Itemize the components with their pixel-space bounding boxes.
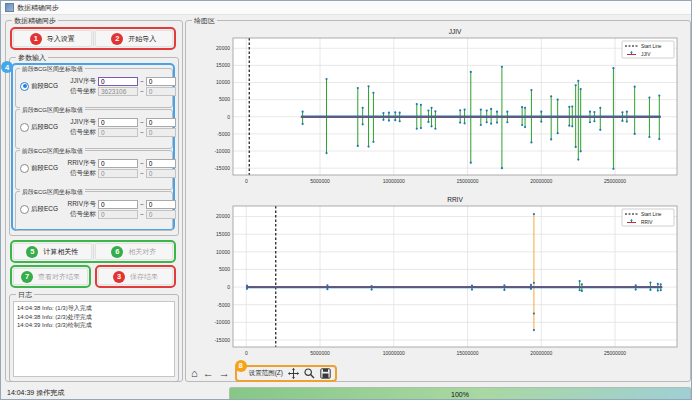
forward-arrow-icon[interactable]: → [219,366,230,380]
tilde: ~ [140,211,144,218]
svg-text:10000: 10000 [216,79,230,85]
front-ecg-radio[interactable]: 前段ECG [20,164,62,173]
rear-bcg-section-title: 后段BCG区间坐标取值 [20,106,85,114]
svg-text:15000: 15000 [216,231,230,237]
compute-correlation-label: 计算相关性 [43,247,78,257]
svg-text:15000000: 15000000 [456,350,478,356]
rear-bcg-section: 后段BCG区间坐标取值 后段BCG JJIV序号 ~ 信号坐标 ~ [15,109,173,149]
plot-toolbar: ⌂ ← → 8 设置范围(Z) [191,365,337,381]
svg-text:JJIV: JJIV [641,52,651,57]
svg-text:5000000: 5000000 [310,350,330,356]
radio-selected-icon[interactable] [20,82,29,91]
signal-coord-label: 信号坐标 [64,169,96,178]
svg-text:Start Line: Start Line [641,212,662,217]
svg-text:20000: 20000 [216,45,230,51]
back-arrow-icon[interactable]: ← [203,366,214,380]
badge-4: 4 [1,61,13,73]
radio-icon[interactable] [20,205,29,214]
front-bcg-coord-from-input [98,87,138,96]
svg-text:20000: 20000 [216,213,230,219]
badge-2: 2 [111,33,123,45]
svg-text:0: 0 [227,114,230,120]
badge-5: 5 [26,246,38,258]
front-bcg-jjiv-to-input[interactable] [146,77,176,86]
tilde: ~ [140,129,144,136]
import-annotation-box: 1 导入设置 2 开始导入 [10,27,176,50]
rear-ecg-radio[interactable]: 后段ECG [20,205,62,214]
compute-correlation-button[interactable]: 5 计算相关性 [13,243,92,260]
radio-icon[interactable] [20,164,29,173]
front-bcg-coord-to-input [146,87,176,96]
rear-bcg-radio-label: 后段BCG [31,123,58,132]
view-align-result-button[interactable]: 7 查看对齐结果 [13,268,88,285]
save-icon[interactable] [320,368,331,379]
log-list[interactable]: 14:04:38 Info: (1/3)导入完成 14:04:38 Info: … [13,301,175,377]
app-icon [5,3,14,12]
tilde: ~ [140,170,144,177]
badge-7: 7 [21,271,33,283]
jjiv-chart[interactable]: 0500000010000000150000002000000025000000… [189,25,685,195]
divider [93,31,94,46]
svg-text:20000000: 20000000 [530,178,552,184]
rriv-chart[interactable]: 0500000010000000150000002000000025000000… [189,193,685,367]
svg-text:RRIV: RRIV [641,220,653,225]
start-import-button[interactable]: 2 开始导入 [95,30,174,47]
rear-ecg-section-title: 后段ECG区间坐标取值 [20,188,85,196]
badge-3: 3 [113,271,125,283]
svg-text:10000000: 10000000 [383,350,405,356]
rear-bcg-radio[interactable]: 后段BCG [20,123,62,132]
rear-bcg-jjiv-to-input[interactable] [146,118,176,127]
log-entry: 14:04:38 Info: (2/3)处理完成 [17,313,171,322]
svg-text:15000: 15000 [216,62,230,68]
tilde: ~ [140,119,144,126]
chart-canvas[interactable]: 0500000010000000150000002000000025000000… [189,193,685,363]
app-window: 数据精确同步 数据精确同步 1 导入设置 2 开始导入 参数输入 4 前段BCG… [0,0,692,400]
set-range-button[interactable]: 设置范围(Z) [241,369,283,378]
rear-ecg-rriv-to-input[interactable] [146,200,176,209]
pan-icon[interactable] [288,368,299,379]
svg-text:15000000: 15000000 [456,178,478,184]
rear-bcg-jjiv-from-input[interactable] [98,118,138,127]
start-import-label: 开始导入 [128,34,156,44]
save-result-label: 保存结果 [130,272,158,282]
progress-label: 100% [451,391,469,398]
progress-bar: 100% [229,387,691,400]
jjiv-index-label: JJIV序号 [64,118,96,127]
sync-group-label: 数据精确同步 [12,16,58,25]
save-annotation-box: 3 保存结果 [95,265,176,288]
title-bar: 数据精确同步 [1,1,691,15]
save-result-button[interactable]: 3 保存结果 [98,268,173,285]
tilde: ~ [140,160,144,167]
svg-text:0: 0 [227,284,230,290]
front-ecg-rriv-to-input[interactable] [146,159,176,168]
correlation-align-button[interactable]: 6 相关对齐 [95,243,174,260]
badge-8: 8 [235,360,247,372]
svg-text:-15000: -15000 [214,165,230,171]
radio-icon[interactable] [20,123,29,132]
window-title: 数据精确同步 [17,3,59,13]
jjiv-index-label: JJIV序号 [64,77,96,86]
zoom-icon[interactable] [304,368,315,379]
front-bcg-jjiv-from-input[interactable] [98,77,138,86]
signal-coord-label: 信号坐标 [64,87,96,96]
rear-ecg-coord-to-input [146,210,176,219]
front-bcg-radio-label: 前段BCG [31,82,58,91]
front-ecg-rriv-from-input[interactable] [98,159,138,168]
svg-text:-15000: -15000 [214,337,230,343]
signal-coord-label: 信号坐标 [64,128,96,137]
svg-text:10000000: 10000000 [383,178,405,184]
plot-area-label: 绘图区 [192,16,217,25]
chart-canvas[interactable]: 0500000010000000150000002000000025000000… [189,25,685,191]
rear-ecg-radio-label: 后段ECG [31,205,58,214]
svg-text:20000000: 20000000 [530,350,552,356]
rriv-index-label: RRIV序号 [64,159,96,168]
rear-ecg-rriv-from-input[interactable] [98,200,138,209]
log-entry: 14:04:39 Info: (3/3)绘制完成 [17,321,171,330]
svg-text:5000: 5000 [219,266,230,272]
front-bcg-radio[interactable]: 前段BCG [20,82,62,91]
rear-ecg-coord-from-input [98,210,138,219]
home-icon[interactable]: ⌂ [191,366,198,380]
import-settings-button[interactable]: 1 导入设置 [13,30,92,47]
badge-6: 6 [111,246,123,258]
divider [93,244,94,259]
